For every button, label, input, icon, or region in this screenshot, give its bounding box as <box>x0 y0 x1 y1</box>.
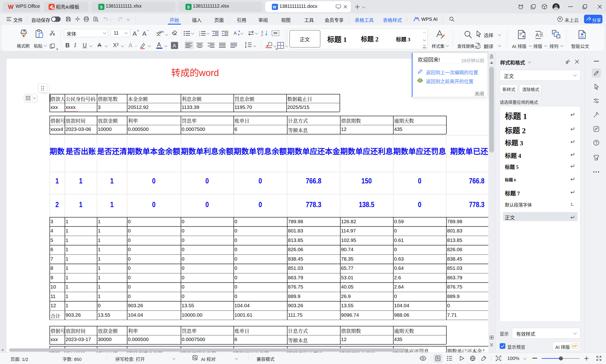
svg-text:Z: Z <box>261 33 263 37</box>
svg-text:S: S <box>187 5 190 10</box>
svg-text:AI: AI <box>52 8 54 10</box>
svg-text:A: A <box>535 32 539 38</box>
svg-text:W: W <box>273 5 277 9</box>
svg-text:S: S <box>100 5 103 10</box>
svg-text:3.: 3. <box>199 35 201 37</box>
svg-text:A: A <box>478 42 480 46</box>
svg-text:文: 文 <box>474 44 478 49</box>
svg-text:a: a <box>571 201 572 205</box>
svg-text:wen: wen <box>159 30 164 33</box>
svg-text:A: A <box>234 31 237 36</box>
